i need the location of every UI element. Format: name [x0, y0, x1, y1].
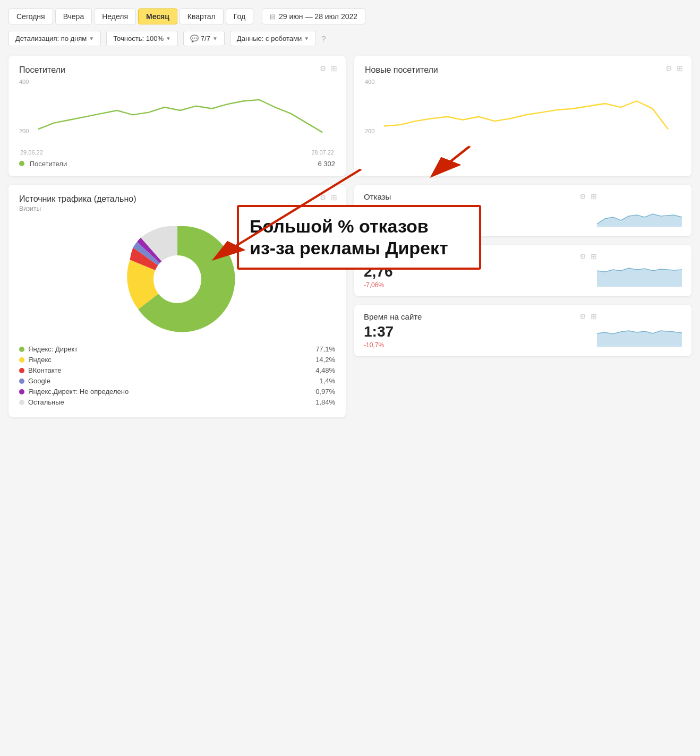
time-value: 1:37 [364, 323, 422, 340]
chevron-down-icon: ▼ [212, 36, 218, 41]
legend-pct-2: 4,48% [315, 366, 335, 374]
grid-icon[interactable] [677, 64, 683, 73]
gear-icon[interactable] [579, 252, 586, 261]
detail-filter[interactable]: Детализация: по дням ▼ [8, 31, 101, 46]
new-visitors-card: Новые посетители 400 200 [354, 56, 692, 176]
bubble-icon: 💬 [190, 35, 199, 42]
legend-item-1: Яндекс 14,2% [19, 356, 335, 364]
gear-icon[interactable] [579, 192, 586, 201]
top-cards-grid: Посетители 400 200 29.06.22 28.07.22 Пос… [8, 56, 692, 176]
date-start: 29.06.22 [20, 149, 43, 156]
legend-label-1: Яндекс [28, 356, 52, 364]
legend-label-2: ВКонтакте [28, 366, 62, 374]
chevron-down-icon: ▼ [89, 36, 94, 41]
pie-chart-svg [119, 221, 236, 338]
time-chart [597, 315, 682, 347]
date-range-button[interactable]: ⊟ 29 июн — 28 июл 2022 [262, 8, 365, 24]
y-label-200: 200 [19, 128, 29, 134]
visitors-card-icons [320, 64, 337, 73]
nav-month[interactable]: Месяц [138, 8, 177, 24]
y-label-400: 400 [19, 79, 29, 85]
nav-quarter[interactable]: Квартал [180, 8, 224, 24]
new-visitors-title: Новые посетители [365, 65, 681, 75]
legend-dot-3 [19, 379, 24, 384]
gear-icon[interactable] [320, 193, 327, 202]
bounces-chart [597, 195, 682, 227]
date-range-label: 29 июн — 28 июл 2022 [279, 12, 357, 21]
visitors-title: Посетители [19, 65, 335, 75]
sessions-filter[interactable]: 💬 7/7 ▼ [183, 31, 225, 46]
legend-label-3: Google [28, 377, 50, 385]
legend-item-4: Яндекс.Директ: Не определено 0,97% [19, 388, 335, 396]
y-label-400: 400 [365, 79, 374, 85]
visitors-legend-value: 6 302 [318, 160, 335, 168]
legend-pct-4: 0,97% [315, 388, 335, 396]
grid-icon[interactable] [591, 252, 597, 261]
annotation-line1: Большой % отказов [250, 216, 429, 236]
visitors-chart-area: 400 200 [19, 76, 335, 145]
visitors-dot [19, 161, 24, 166]
gear-icon[interactable] [579, 312, 586, 321]
calendar-icon: ⊟ [270, 13, 276, 21]
visitors-legend: Посетители 6 302 [19, 160, 335, 168]
legend-pct-0: 77,1% [315, 345, 335, 353]
annotation-line2: из-за рекламы Директ [250, 238, 448, 258]
time-change: -10,7% [364, 341, 422, 349]
visitors-date-row: 29.06.22 28.07.22 [19, 149, 335, 156]
new-visitors-chart-svg [365, 76, 681, 145]
chevron-down-icon: ▼ [166, 36, 171, 41]
time-title: Время на сайте [364, 312, 422, 321]
legend-dot-4 [19, 389, 24, 394]
nav-yesterday[interactable]: Вчера [55, 8, 92, 24]
depth-card-icons [579, 252, 597, 261]
data-filter[interactable]: Данные: с роботами ▼ [230, 31, 316, 46]
time-card: Время на сайте 1:37 -10,7% [354, 305, 692, 356]
y-label-200: 200 [365, 128, 374, 134]
traffic-card-icons [320, 193, 337, 202]
gear-icon[interactable] [665, 64, 672, 73]
legend-item-0: Яндекс: Директ 77,1% [19, 345, 335, 353]
legend-dot-0 [19, 347, 24, 352]
gear-icon[interactable] [320, 64, 327, 73]
grid-icon[interactable] [331, 193, 337, 202]
legend-item-5: Остальные 1,84% [19, 398, 335, 406]
depth-chart [597, 255, 682, 287]
legend-item-2: ВКонтакте 4,48% [19, 366, 335, 374]
help-icon[interactable]: ? [321, 34, 326, 43]
nav-year[interactable]: Год [226, 8, 253, 24]
grid-icon[interactable] [591, 192, 597, 201]
nav-today[interactable]: Сегодня [8, 8, 53, 24]
svg-point-0 [153, 255, 201, 303]
annotation-text: Большой % отказов из-за рекламы Директ [250, 216, 468, 259]
grid-icon[interactable] [591, 312, 597, 321]
filter-row: Детализация: по дням ▼ Точность: 100% ▼ … [8, 31, 692, 46]
legend-pct-3: 1,4% [319, 377, 335, 385]
new-visitors-chart-area: 400 200 [365, 76, 681, 145]
visitors-card: Посетители 400 200 29.06.22 28.07.22 Пос… [8, 56, 346, 176]
legend-dot-5 [19, 400, 24, 405]
pie-legend: Яндекс: Директ 77,1% Яндекс 14,2% ВКонта… [19, 345, 335, 406]
top-navigation: Сегодня Вчера Неделя Месяц Квартал Год ⊟… [8, 8, 692, 24]
visitors-chart-svg [19, 76, 335, 145]
time-card-icons [579, 312, 597, 321]
legend-dot-1 [19, 357, 24, 363]
bounces-card-icons [579, 192, 597, 201]
visitors-legend-label: Посетители [30, 160, 67, 168]
nav-week[interactable]: Неделя [94, 8, 136, 24]
new-visitors-card-icons [665, 64, 683, 73]
traffic-title: Источник трафика (детально) [19, 194, 335, 204]
chevron-down-icon: ▼ [304, 36, 309, 41]
legend-label-5: Остальные [28, 398, 64, 406]
date-end: 28.07.22 [311, 149, 334, 156]
legend-dot-2 [19, 368, 24, 373]
bounces-title: Отказы [364, 192, 410, 201]
legend-pct-5: 1,84% [315, 398, 335, 406]
legend-label-4: Яндекс.Директ: Не определено [28, 388, 129, 396]
annotation-box: Большой % отказов из-за рекламы Директ [237, 205, 481, 270]
grid-icon[interactable] [331, 64, 337, 73]
depth-change: -7,06% [364, 281, 436, 289]
legend-label-0: Яндекс: Директ [28, 345, 78, 353]
accuracy-filter[interactable]: Точность: 100% ▼ [106, 31, 178, 46]
legend-item-3: Google 1,4% [19, 377, 335, 385]
legend-pct-1: 14,2% [315, 356, 335, 364]
